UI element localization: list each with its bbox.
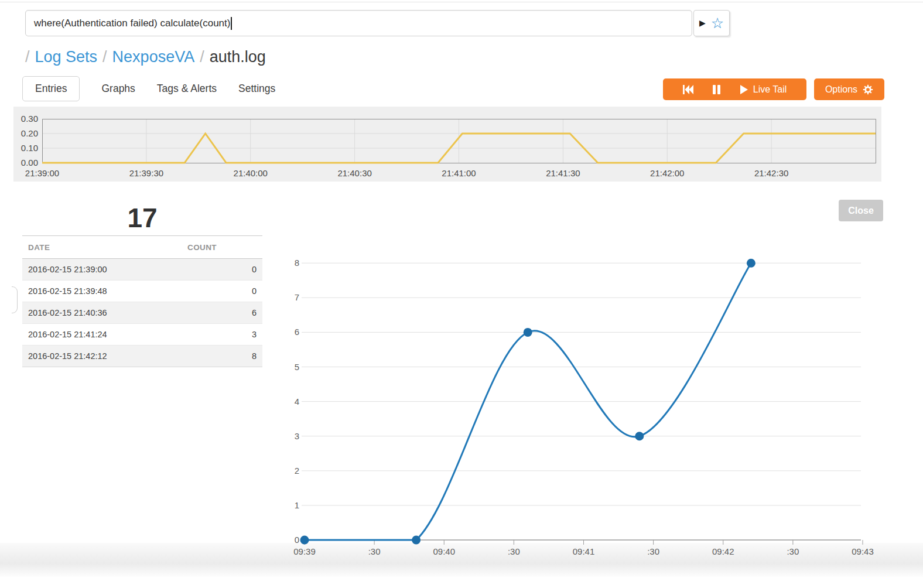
breadcrumb-separator: /: [25, 48, 30, 66]
total-count: 17: [22, 202, 262, 234]
live-tail-label: Live Tail: [753, 84, 787, 95]
cell-date: 2016-02-15 21:41:24: [22, 330, 221, 339]
timeline-chart[interactable]: 0.300.200.100.0021:39:0021:39:3021:40:00…: [13, 107, 881, 182]
cell-date: 2016-02-15 21:42:12: [22, 351, 221, 361]
query-input[interactable]: where(Authentication failed) calculate(c…: [25, 10, 692, 36]
pause-button[interactable]: [713, 85, 720, 94]
x-tick-label: 21:39:00: [25, 168, 59, 178]
text-cursor: [231, 17, 232, 30]
cell-count: 6: [221, 308, 262, 317]
y-tick-label: 7: [295, 292, 299, 302]
y-tick-label: 6: [295, 327, 299, 337]
tab-bar: Entries Graphs Tags & Alerts Settings: [22, 75, 275, 102]
cell-count: 0: [221, 286, 262, 296]
data-point: [635, 432, 644, 440]
live-tail-button[interactable]: Live Tail: [740, 84, 787, 95]
tab-entries[interactable]: Entries: [22, 76, 80, 101]
play-icon: ▶: [699, 18, 706, 28]
table-row: 2016-02-15 21:39:48 0: [22, 281, 262, 302]
x-tick-label: 09:40: [433, 546, 455, 556]
close-button[interactable]: Close: [839, 200, 883, 221]
breadcrumb-separator: /: [102, 48, 107, 66]
breadcrumb: / Log Sets / NexposeVA / auth.log: [25, 48, 266, 66]
cell-date: 2016-02-15 21:39:00: [22, 265, 221, 274]
x-tick-label: 21:41:00: [442, 168, 476, 178]
x-tick-label: 09:41: [573, 546, 595, 556]
x-tick-label: 21:41:30: [546, 168, 580, 178]
options-label: Options: [825, 84, 857, 95]
table-row: 2016-02-15 21:41:24 3: [22, 324, 262, 346]
count-line-chart[interactable]: 01234567809:39:3009:40:3009:41:3009:42:3…: [290, 249, 881, 574]
panel-collapse-handle[interactable]: [12, 286, 18, 313]
table-row: 2016-02-15 21:40:36 6: [22, 302, 262, 324]
cell-count: 3: [221, 330, 262, 339]
y-tick-label: 0.00: [21, 158, 38, 167]
column-header-count: COUNT: [187, 243, 262, 252]
data-point: [412, 536, 421, 545]
breadcrumb-separator: /: [200, 48, 204, 66]
x-tick-label: :30: [647, 546, 659, 556]
y-tick-label: 4: [295, 396, 299, 406]
data-point: [747, 259, 756, 268]
results-table: DATE COUNT 2016-02-15 21:39:00 0 2016-02…: [22, 235, 262, 367]
data-point: [524, 328, 532, 337]
table-row: 2016-02-15 21:39:00 0: [22, 259, 262, 281]
y-tick-label: 1: [295, 500, 299, 510]
event-timeline-strip: 0.300.200.100.0021:39:0021:39:3021:40:00…: [13, 107, 881, 182]
y-tick-label: 0.30: [21, 114, 38, 124]
y-tick-label: 0: [295, 535, 299, 545]
tab-tags-alerts[interactable]: Tags & Alerts: [157, 83, 217, 95]
y-tick-label: 5: [295, 362, 299, 372]
star-icon: ☆: [711, 15, 724, 31]
options-button[interactable]: Options: [814, 78, 884, 100]
cell-date: 2016-02-15 21:40:36: [22, 308, 221, 317]
cell-count: 0: [221, 265, 262, 274]
y-tick-label: 8: [295, 258, 299, 268]
tab-graphs[interactable]: Graphs: [101, 83, 135, 95]
x-tick-label: :30: [368, 546, 381, 556]
top-divider: [0, 2, 923, 2]
query-actions: ▶ ☆: [693, 10, 730, 36]
table-row: 2016-02-15 21:42:12 8: [22, 346, 262, 367]
y-tick-label: 3: [295, 431, 299, 441]
breadcrumb-current-log: auth.log: [210, 48, 266, 66]
x-tick-label: 09:43: [852, 546, 874, 556]
table-header: DATE COUNT: [22, 235, 262, 259]
y-tick-label: 2: [295, 466, 299, 476]
y-tick-label: 0.20: [21, 128, 38, 138]
y-tick-label: 0.10: [21, 143, 38, 153]
playback-controls: Live Tail: [663, 78, 806, 100]
run-query-button[interactable]: ▶: [699, 19, 706, 27]
skip-to-start-icon: [683, 85, 693, 94]
x-tick-label: 21:40:00: [234, 168, 268, 178]
cell-date: 2016-02-15 21:39:48: [22, 286, 221, 296]
x-tick-label: 09:42: [712, 546, 734, 556]
play-icon: [740, 85, 748, 94]
tab-settings[interactable]: Settings: [238, 83, 275, 95]
gear-icon: [863, 84, 873, 95]
breadcrumb-link-log-sets[interactable]: Log Sets: [35, 48, 98, 66]
favorite-query-button[interactable]: ☆: [711, 16, 724, 30]
breadcrumb-link-nexposeva[interactable]: NexposeVA: [112, 48, 195, 66]
cell-count: 8: [221, 351, 262, 361]
pause-icon: [713, 85, 720, 94]
column-header-date: DATE: [22, 243, 187, 252]
x-tick-label: 21:39:30: [129, 168, 163, 178]
x-tick-label: :30: [787, 546, 799, 556]
x-tick-label: :30: [508, 546, 520, 556]
query-text: where(Authentication failed) calculate(c…: [34, 18, 230, 29]
data-point: [300, 536, 309, 545]
x-tick-label: 09:39: [293, 546, 316, 556]
x-tick-label: 21:42:30: [754, 168, 788, 178]
skip-to-start-button[interactable]: [683, 85, 693, 94]
x-tick-label: 21:40:30: [337, 168, 371, 178]
x-tick-label: 21:42:00: [650, 168, 684, 178]
